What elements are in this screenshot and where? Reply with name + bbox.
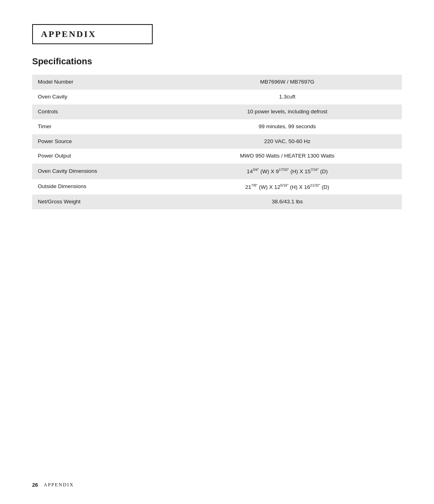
section-title: Specifications bbox=[32, 56, 402, 67]
spec-value: 220 VAC, 50-60 Hz bbox=[173, 134, 402, 149]
spec-label: Model Number bbox=[32, 75, 173, 90]
spec-label: Net/Gross Weight bbox=[32, 195, 173, 209]
page-footer: 26 Appendix bbox=[32, 482, 74, 488]
table-row: Net/Gross Weight38.6/43.1 lbs bbox=[32, 195, 402, 209]
table-row: Model NumberMB7696W / MB7697G bbox=[32, 75, 402, 90]
spec-value: 99 minutes, 99 seconds bbox=[173, 119, 402, 134]
page-container: Appendix Specifications Model NumberMB76… bbox=[0, 0, 434, 234]
spec-label: Oven Cavity Dimensions bbox=[32, 164, 173, 179]
specs-table: Model NumberMB7696W / MB7697GOven Cavity… bbox=[32, 75, 402, 209]
appendix-header-text: Appendix bbox=[41, 29, 96, 39]
spec-value: 143/4" (W) X 917/32" (H) X 157/16" (D) bbox=[173, 164, 402, 179]
spec-value: MB7696W / MB7697G bbox=[173, 75, 402, 90]
appendix-header: Appendix bbox=[32, 24, 153, 44]
table-row: Power OutputMWO 950 Watts / HEATER 1300 … bbox=[32, 149, 402, 164]
table-row: Oven Cavity Dimensions143/4" (W) X 917/3… bbox=[32, 164, 402, 179]
footer-appendix-label: Appendix bbox=[43, 482, 74, 488]
spec-label: Power Source bbox=[32, 134, 173, 149]
table-row: Power Source220 VAC, 50-60 Hz bbox=[32, 134, 402, 149]
spec-label: Controls bbox=[32, 104, 173, 119]
spec-value: 1.3cuft bbox=[173, 90, 402, 104]
page-number: 26 bbox=[32, 482, 38, 488]
table-row: Controls10 power levels, including defro… bbox=[32, 104, 402, 119]
spec-label: Timer bbox=[32, 119, 173, 134]
table-row: Timer99 minutes, 99 seconds bbox=[32, 119, 402, 134]
spec-value: 10 power levels, including defrost bbox=[173, 104, 402, 119]
spec-label: Power Output bbox=[32, 149, 173, 164]
spec-value: 217/8" (W) X 125/16" (H) X 1621/32" (D) bbox=[173, 179, 402, 195]
spec-value: 38.6/43.1 lbs bbox=[173, 195, 402, 209]
table-row: Outside Dimensions217/8" (W) X 125/16" (… bbox=[32, 179, 402, 195]
spec-value: MWO 950 Watts / HEATER 1300 Watts bbox=[173, 149, 402, 164]
spec-label: Outside Dimensions bbox=[32, 179, 173, 195]
spec-label: Oven Cavity bbox=[32, 90, 173, 104]
table-row: Oven Cavity1.3cuft bbox=[32, 90, 402, 104]
